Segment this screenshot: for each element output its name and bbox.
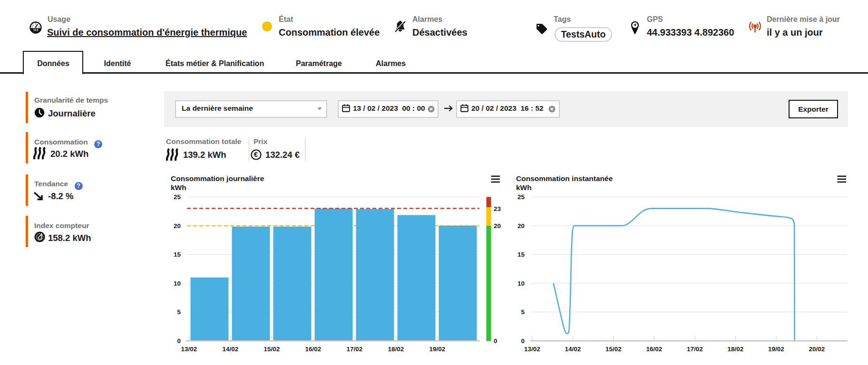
svg-text:17/02: 17/02 xyxy=(687,346,703,353)
svg-text:5: 5 xyxy=(177,308,181,316)
svg-text:10: 10 xyxy=(517,280,525,287)
svg-text:25: 25 xyxy=(517,193,525,201)
svg-text:17/02: 17/02 xyxy=(347,346,363,353)
svg-text:0: 0 xyxy=(494,337,497,345)
svg-text:18/02: 18/02 xyxy=(728,346,744,353)
svg-text:kWh: kWh xyxy=(516,183,532,192)
svg-text:0: 0 xyxy=(177,337,181,345)
svg-text:19/02: 19/02 xyxy=(768,346,784,353)
svg-text:15: 15 xyxy=(174,251,181,258)
svg-text:20: 20 xyxy=(517,222,525,230)
svg-text:19/02: 19/02 xyxy=(429,346,446,353)
svg-text:14/02: 14/02 xyxy=(223,346,239,353)
svg-text:Consommation instantanée: Consommation instantanée xyxy=(516,174,613,182)
svg-text:16/02: 16/02 xyxy=(305,346,322,353)
svg-text:18/02: 18/02 xyxy=(388,346,404,353)
svg-text:15/02: 15/02 xyxy=(605,346,622,353)
svg-text:kWh: kWh xyxy=(171,183,186,192)
svg-text:0: 0 xyxy=(521,337,525,345)
svg-text:10: 10 xyxy=(174,280,181,287)
svg-text:15: 15 xyxy=(517,251,525,258)
svg-text:20: 20 xyxy=(174,222,181,230)
svg-text:14/02: 14/02 xyxy=(565,346,581,353)
svg-text:15/02: 15/02 xyxy=(264,346,280,353)
svg-text:25: 25 xyxy=(174,193,181,201)
svg-text:Consommation journalière: Consommation journalière xyxy=(171,174,264,182)
svg-text:20: 20 xyxy=(494,222,501,230)
svg-text:€: € xyxy=(254,151,258,158)
svg-text:20/02: 20/02 xyxy=(809,346,825,353)
svg-text:16/02: 16/02 xyxy=(646,346,663,353)
svg-text:13/02: 13/02 xyxy=(524,346,540,353)
svg-text:23: 23 xyxy=(494,205,501,212)
svg-text:13/02: 13/02 xyxy=(181,346,197,353)
svg-text:5: 5 xyxy=(521,308,525,316)
